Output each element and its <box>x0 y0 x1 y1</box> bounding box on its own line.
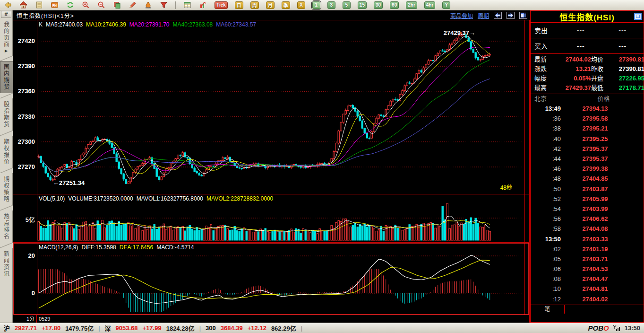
quote-stat-row: 幅度0.05%开盘27226.95 <box>531 74 644 83</box>
indicator-value: MAVOL1:162327756.8000 <box>137 195 203 202</box>
tick-row: :5227405.99 <box>531 194 644 204</box>
period-link[interactable]: 周期 <box>478 11 489 19</box>
stat-value: 27226.95 <box>612 74 644 83</box>
index-quote-深: 深9053.68+17.991824.28亿 <box>105 324 195 333</box>
zoom-out-icon[interactable] <box>97 1 105 9</box>
sidebar-item-3[interactable]: 股指期货 <box>0 98 13 131</box>
period-button-周[interactable]: 周 <box>250 1 259 9</box>
period-button-4hr[interactable]: 4hr <box>424 1 436 9</box>
tick-row: :0827404.47 <box>531 274 644 284</box>
stat-label: 涨跌 <box>534 64 555 74</box>
status-bar-right: POBO 13:50 <box>588 324 640 332</box>
quote-stat-row: 最高27429.37最低27178.71 <box>531 83 644 93</box>
chart-title-tools: 商品叠加 周期 <box>450 11 530 19</box>
stat-label: 均价 <box>591 55 612 64</box>
stat-label: 最低 <box>591 83 612 93</box>
stat-value: 27404.02 <box>555 55 591 64</box>
trading-app-window: { "toolbar": { "icons": ["back-icon","ho… <box>0 0 644 333</box>
fn-icon[interactable]: FN <box>51 1 59 9</box>
candlestick-chart[interactable] <box>13 20 530 315</box>
period-button-3[interactable]: 3 <box>327 1 335 9</box>
tick-row: :4027395.25 <box>531 134 644 144</box>
table-icon[interactable] <box>183 1 191 9</box>
price-axis-label: 27360 <box>13 88 35 95</box>
period-button-日[interactable]: 日 <box>235 1 243 9</box>
period-button-Tick[interactable]: Tick <box>215 1 228 9</box>
stat-value: 27429.37 <box>555 83 591 93</box>
tick-list[interactable]: 13:4927394.13:3627395.58:3827395.21:4027… <box>531 104 644 305</box>
period-button-30[interactable]: 30 <box>374 1 383 9</box>
tick-row: :0227401.19 <box>531 244 644 254</box>
restore-window-icon[interactable] <box>634 13 642 20</box>
period-button-15[interactable]: 15 <box>358 1 367 9</box>
stat-label: 昨收 <box>591 64 612 74</box>
indicator-value: K <box>39 21 43 28</box>
overlay-link[interactable]: 商品叠加 <box>450 11 473 19</box>
period-button-5[interactable]: 5 <box>343 1 351 9</box>
tick-row: :4427395.37 <box>531 154 644 164</box>
indicator-value: MACD(12,26,9) <box>39 244 78 251</box>
instrument-name: 恒生指数(HSI) <box>559 13 615 22</box>
period-button-60[interactable]: 60 <box>390 1 399 9</box>
sidebar-item-5[interactable]: 期权策略 <box>0 173 13 205</box>
status-bar: 沪2927.71+17.801479.75亿|深9053.68+17.99182… <box>0 323 644 333</box>
sidebar-grid-button[interactable]: # <box>1 11 11 18</box>
stat-value: 27390.81 <box>612 55 644 64</box>
tick-row: 13:5027403.33 <box>531 234 644 244</box>
stat-value: 27390.81 <box>612 64 644 74</box>
buy-price: --- <box>560 42 602 50</box>
period-button-季[interactable]: 季 <box>282 1 290 9</box>
sell-label: 卖出 <box>531 26 560 35</box>
tick-row: :1227404.02 <box>531 294 644 304</box>
index-quote-300: 3003684.39+12.12862.29亿 <box>206 324 296 333</box>
next-arrow-button[interactable] <box>507 12 515 19</box>
ink-icon[interactable] <box>144 1 152 9</box>
indicator-value: MA10:27406.39 <box>86 21 126 28</box>
index-quote-沪: 沪2927.71+17.801479.75亿 <box>4 324 94 333</box>
back-icon[interactable] <box>4 1 12 9</box>
buy-volume: --- <box>602 42 644 50</box>
stat-label: 最高 <box>534 83 555 93</box>
period-button-月[interactable]: 月 <box>266 1 275 9</box>
refresh-icon[interactable] <box>66 1 74 9</box>
indicator-value: MACD:-4.5714 <box>156 244 194 251</box>
period-button-2hr[interactable]: 2hr <box>406 1 417 9</box>
period-button-X[interactable]: X <box>297 1 305 9</box>
home-icon[interactable] <box>19 1 27 9</box>
sidebar-item-1[interactable]: 我的页面▶ <box>0 18 13 56</box>
price-axis-label: 27390 <box>13 62 35 70</box>
period-button-1[interactable]: 1 <box>312 1 320 9</box>
split-view-button[interactable] <box>519 12 527 19</box>
price-axis-label: 27300 <box>13 138 35 145</box>
sidebar-divider <box>0 131 13 136</box>
tick-row: :3827395.21 <box>531 123 644 133</box>
period-buttons: Tick日周月季X1351530602hr4hrY <box>215 1 457 9</box>
price-axis-label: 27330 <box>13 113 35 120</box>
sell-volume: --- <box>602 26 644 34</box>
stat-label: 开盘 <box>591 74 612 83</box>
notebook-icon[interactable] <box>35 1 43 9</box>
sidebar-item-2[interactable]: 国内期货 <box>0 61 13 93</box>
trend-chart-icon[interactable] <box>199 1 207 9</box>
price-axis-label: 27420 <box>13 37 35 44</box>
stat-label: 幅度 <box>534 74 555 83</box>
volume-axis-label: 5亿 <box>13 215 35 224</box>
zoom-in-icon[interactable] <box>82 1 90 9</box>
filter-icon[interactable] <box>160 1 168 9</box>
edit-icon[interactable] <box>129 1 137 9</box>
indicator-value: DIFF:15.3598 <box>81 244 116 251</box>
sidebar-item-6[interactable]: 热点排名 <box>0 210 13 243</box>
index-quotes: 沪2927.71+17.801479.75亿|深9053.68+17.99182… <box>4 324 307 333</box>
tab-bi[interactable]: 笔 <box>531 305 565 314</box>
copy-icon[interactable] <box>113 1 121 9</box>
tick-row: :1027404.81 <box>531 284 644 294</box>
chart-panel[interactable]: KMA5:27400.03MA10:27406.39MA20:27391.70M… <box>13 20 530 323</box>
chart-title-row: 恒生指数(HSI)<1分> 商品叠加 周期 <box>13 10 530 20</box>
sidebar-item-7[interactable]: 新闻资讯 <box>0 248 13 280</box>
tick-row: :4627399.38 <box>531 164 644 174</box>
period-button-Y[interactable]: Y <box>442 1 450 9</box>
chart-bottom-row: 1分 0529 <box>13 315 530 323</box>
sidebar-item-4[interactable]: 期权报价 <box>0 136 13 168</box>
prev-arrow-button[interactable] <box>494 12 502 19</box>
sidebar-divider <box>0 243 13 248</box>
